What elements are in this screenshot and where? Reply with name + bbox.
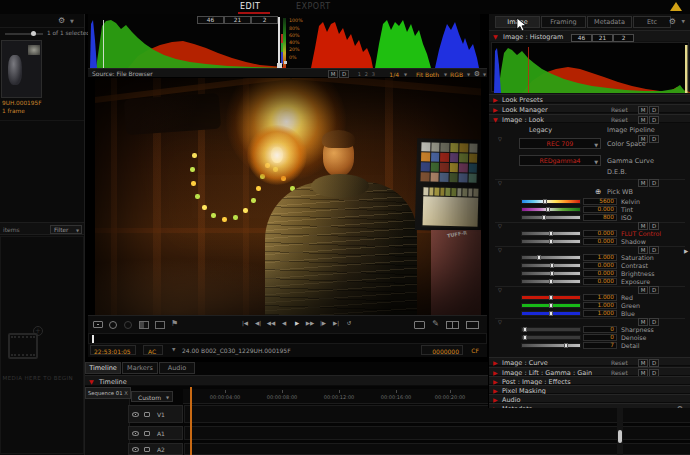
- section-look-manager[interactable]: ▶ Look Manager Reset M D: [489, 104, 690, 113]
- clip-dropdown-icon[interactable]: ▼: [172, 347, 175, 352]
- zoom-dropdown[interactable]: 1/4: [389, 71, 399, 78]
- tab-metadata[interactable]: Metadata: [587, 16, 632, 28]
- record-icon[interactable]: [124, 321, 132, 329]
- pick-wb-crosshair-icon[interactable]: ⊕: [595, 187, 601, 196]
- monitor-m-button[interactable]: M: [328, 70, 338, 78]
- contrast-value[interactable]: 0.000: [583, 262, 617, 269]
- tint-value[interactable]: 0.000: [583, 206, 617, 213]
- sequence-close-button[interactable]: X: [124, 390, 128, 396]
- d-button[interactable]: D: [649, 116, 659, 124]
- slider-handle[interactable]: [550, 271, 554, 276]
- step-back-button[interactable]: ◀: [279, 320, 289, 326]
- contrast-slider[interactable]: [521, 263, 581, 268]
- rewind-button[interactable]: ◀◀: [266, 320, 276, 326]
- blue-gain-slider[interactable]: [521, 311, 581, 316]
- slider-handle[interactable]: [542, 215, 546, 220]
- reset-button[interactable]: Reset: [611, 106, 628, 114]
- gamma-curve-dropdown[interactable]: REDgamma4 ▼: [519, 155, 601, 166]
- d-button[interactable]: D: [649, 222, 659, 230]
- d-button[interactable]: D: [649, 135, 659, 143]
- fast-forward-button[interactable]: ▶▶: [305, 320, 315, 326]
- camera-icon[interactable]: [93, 321, 103, 328]
- monitor-icon[interactable]: [414, 321, 425, 329]
- tab-edit[interactable]: EDIT: [240, 2, 260, 11]
- tab-framing[interactable]: Framing: [541, 16, 586, 28]
- thumb-size-slider[interactable]: [5, 33, 43, 35]
- slider-handle[interactable]: [549, 231, 553, 236]
- fullscreen-icon[interactable]: [466, 321, 479, 329]
- section-look-presets[interactable]: ▶ Look Presets: [489, 94, 690, 103]
- color-space-dropdown[interactable]: REC 709 ▼: [519, 138, 601, 149]
- section-image-look[interactable]: ▼ Image : Look Reset M D: [489, 114, 690, 123]
- flut-value[interactable]: 0.000: [583, 230, 617, 237]
- metadata-gear-icon[interactable]: ⚙: [677, 405, 683, 409]
- m-button[interactable]: M: [638, 318, 648, 326]
- tab-audio[interactable]: Audio: [159, 362, 195, 374]
- eye-icon[interactable]: [132, 431, 139, 436]
- reset-button[interactable]: Reset: [611, 359, 628, 367]
- section-collapse-icon[interactable]: ▼: [493, 116, 498, 124]
- slider-handle[interactable]: [549, 295, 553, 300]
- group-arrow-icon[interactable]: ▽: [498, 180, 502, 186]
- slider-handle[interactable]: [549, 279, 553, 284]
- dual-screen-icon[interactable]: [446, 321, 459, 329]
- timeline-collapse-icon[interactable]: ▼: [89, 378, 94, 386]
- channel-dropdown[interactable]: RGB: [450, 71, 463, 78]
- tab-export[interactable]: EXPORT: [296, 2, 331, 11]
- reset-button[interactable]: Reset: [611, 116, 628, 124]
- section-lift-gamma-gain[interactable]: ▶ Image : Lift : Gamma : Gain Reset M D: [489, 367, 690, 376]
- slider-handle[interactable]: [537, 255, 541, 260]
- blue-gain-value[interactable]: 1.000: [583, 310, 617, 317]
- section-expand-icon[interactable]: ▶: [493, 106, 498, 114]
- screen-2-button[interactable]: 2: [365, 71, 368, 77]
- section-metadata[interactable]: ▶ Metadata ⚙: [489, 403, 690, 408]
- slider-handle[interactable]: [549, 311, 553, 316]
- clip-thumbnail[interactable]: [1, 40, 42, 98]
- iso-value[interactable]: 800: [583, 214, 617, 221]
- saturation-value[interactable]: 1.000: [583, 254, 617, 261]
- d-button[interactable]: D: [649, 318, 659, 326]
- scrub-bar[interactable]: [88, 333, 487, 344]
- thumb-size-handle[interactable]: [31, 31, 36, 36]
- brightness-value[interactable]: 0.000: [583, 270, 617, 277]
- m-button[interactable]: M: [638, 286, 648, 294]
- snapshot-icon[interactable]: [109, 321, 117, 329]
- slider-handle[interactable]: [523, 327, 527, 332]
- timeline-playhead[interactable]: [190, 387, 192, 455]
- lock-icon[interactable]: [144, 412, 150, 417]
- section-post-image-effects[interactable]: ▶ Post : Image : Effects: [489, 376, 690, 385]
- slider-handle[interactable]: [549, 303, 553, 308]
- goto-end-button[interactable]: ▶|: [331, 320, 341, 326]
- red-gain-slider[interactable]: [521, 295, 581, 300]
- group-arrow-icon[interactable]: ▽: [498, 287, 502, 293]
- group-arrow-icon[interactable]: ▽: [498, 136, 502, 142]
- kelvin-slider[interactable]: [521, 199, 581, 204]
- loop-button[interactable]: ↺: [344, 320, 354, 326]
- section-expand-icon[interactable]: ▶: [493, 359, 498, 367]
- shadow-slider[interactable]: [521, 239, 581, 244]
- filter-button[interactable]: Filter ▼: [50, 225, 82, 234]
- flag-icon[interactable]: ⚑: [171, 319, 178, 328]
- sequence-tab[interactable]: Sequence 01 X: [85, 387, 131, 399]
- slider-handle[interactable]: [523, 335, 527, 340]
- monitor-d-button[interactable]: D: [339, 70, 349, 78]
- sharpness-value[interactable]: 0: [583, 326, 617, 333]
- tab-etc[interactable]: Etc: [633, 16, 671, 28]
- chevron-down-icon[interactable]: ▼: [70, 18, 74, 24]
- section-expand-icon[interactable]: ▶: [493, 405, 498, 408]
- preset-dropdown[interactable]: Custom ▼: [131, 391, 173, 402]
- lock-icon[interactable]: [144, 447, 150, 452]
- screen-3-button[interactable]: 3: [372, 71, 375, 77]
- d-button[interactable]: D: [649, 179, 659, 187]
- iso-slider[interactable]: [521, 215, 581, 220]
- slider-handle[interactable]: [549, 239, 553, 244]
- denoise-slider[interactable]: [521, 335, 581, 340]
- step-forward-button[interactable]: |▶: [318, 320, 328, 326]
- m-button[interactable]: M: [638, 222, 648, 230]
- flut-slider[interactable]: [521, 231, 581, 236]
- d-button[interactable]: D: [649, 359, 659, 367]
- detail-value[interactable]: 7: [583, 342, 617, 349]
- play-button[interactable]: ▶: [292, 320, 302, 326]
- section-expand-icon[interactable]: ▶: [493, 96, 498, 104]
- section-pixel-masking[interactable]: ▶ Pixel Masking: [489, 385, 690, 394]
